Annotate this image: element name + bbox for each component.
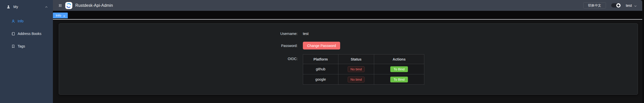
bookmark-icon bbox=[11, 44, 15, 48]
to-bind-button[interactable]: To Bind bbox=[390, 77, 408, 82]
username-value: test bbox=[303, 32, 309, 36]
app-root: My Info Address Books Tags bbox=[0, 0, 644, 103]
sidebar-group-label: My bbox=[13, 5, 45, 9]
theme-toggle[interactable] bbox=[611, 3, 621, 8]
sidebar: My Info Address Books Tags bbox=[0, 0, 53, 103]
password-row: Password: Change Password bbox=[267, 42, 638, 49]
sidebar-group-my[interactable]: My bbox=[0, 0, 53, 14]
column-header-status: Status bbox=[338, 55, 374, 64]
column-header-platform: Platform bbox=[303, 55, 338, 64]
sidebar-item-info[interactable]: Info bbox=[0, 16, 53, 26]
sidebar-item-address-books[interactable]: Address Books bbox=[0, 29, 53, 39]
table-row: google No bind To Bind bbox=[303, 74, 424, 85]
oidc-table: Platform Status Actions github bbox=[303, 54, 424, 85]
fold-sidebar-icon[interactable] bbox=[58, 4, 62, 7]
user-filled-icon bbox=[7, 5, 10, 9]
rustdesk-logo bbox=[65, 2, 72, 9]
page-title: Rustdesk-Api-Admin bbox=[75, 3, 113, 8]
user-dropdown[interactable]: test bbox=[626, 3, 637, 8]
oidc-label: OIDC: bbox=[267, 54, 298, 61]
sidebar-item-tags[interactable]: Tags bbox=[0, 41, 53, 51]
status-badge: No bind bbox=[348, 77, 365, 82]
chevron-up-icon bbox=[45, 5, 48, 8]
column-header-actions: Actions bbox=[374, 55, 424, 64]
current-username: test bbox=[626, 3, 632, 8]
oidc-row: OIDC: Platform Status Actions bbox=[267, 54, 638, 85]
notebook-icon bbox=[11, 32, 15, 36]
tab-label: Info bbox=[56, 14, 61, 17]
theme-toggle-knob bbox=[616, 3, 621, 8]
user-icon bbox=[11, 19, 15, 23]
table-header-row: Platform Status Actions bbox=[303, 55, 424, 64]
username-row: Username: test bbox=[267, 31, 638, 36]
moon-icon bbox=[617, 4, 620, 7]
content-area: Username: test Password: Change Password… bbox=[53, 20, 642, 103]
main-area: Rustdesk-Api-Admin 切换中文 test I bbox=[53, 0, 642, 103]
to-bind-button[interactable]: To Bind bbox=[390, 66, 408, 72]
actions-cell: To Bind bbox=[374, 74, 424, 85]
topbar: Rustdesk-Api-Admin 切换中文 test bbox=[53, 0, 642, 11]
tab-info[interactable]: Info bbox=[53, 13, 68, 18]
table-row: github No bind To Bind bbox=[303, 64, 424, 74]
close-icon[interactable] bbox=[63, 14, 66, 17]
password-label: Password: bbox=[267, 44, 298, 48]
tab-bar: Info bbox=[53, 11, 642, 19]
status-cell: No bind bbox=[338, 74, 374, 85]
status-badge: No bind bbox=[348, 66, 365, 72]
change-password-button[interactable]: Change Password bbox=[303, 42, 340, 49]
status-cell: No bind bbox=[338, 64, 374, 74]
sidebar-item-label: Info bbox=[18, 19, 23, 23]
topbar-right: 切换中文 test bbox=[583, 0, 637, 11]
platform-cell: google bbox=[303, 74, 338, 85]
chevron-down-icon bbox=[634, 4, 637, 7]
actions-cell: To Bind bbox=[374, 64, 424, 74]
sidebar-item-label: Tags bbox=[18, 44, 25, 48]
page-right-gutter bbox=[642, 0, 644, 103]
switch-language-button[interactable]: 切换中文 bbox=[583, 2, 606, 9]
username-label: Username: bbox=[267, 32, 298, 36]
sidebar-item-label: Address Books bbox=[18, 32, 41, 36]
platform-cell: github bbox=[303, 64, 338, 74]
info-panel: Username: test Password: Change Password… bbox=[59, 23, 638, 95]
user-info-form: Username: test Password: Change Password… bbox=[59, 24, 638, 85]
